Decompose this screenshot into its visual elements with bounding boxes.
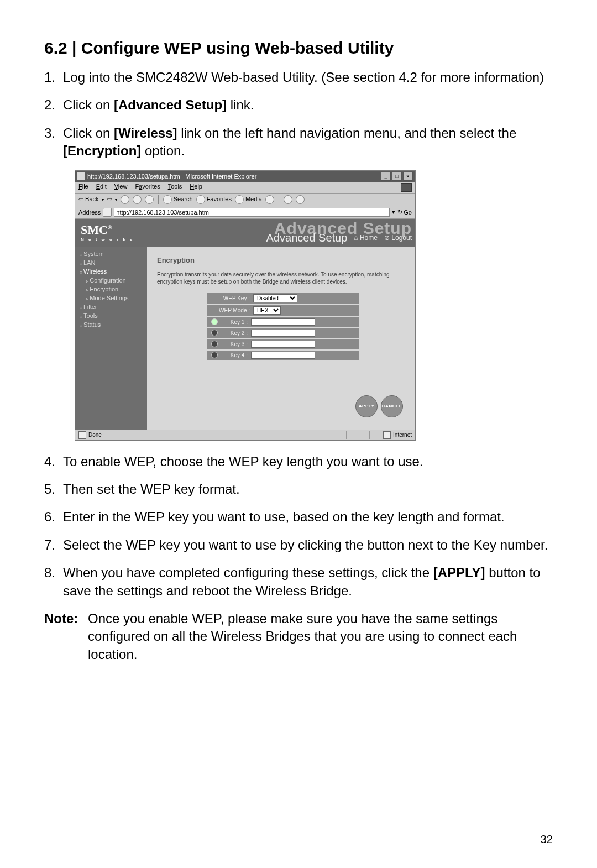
wep-mode-label: WEP Mode :: [211, 307, 253, 313]
internet-zone-icon: [383, 431, 391, 439]
wep-key-label: WEP Key :: [211, 295, 253, 301]
go-button[interactable]: Go: [397, 208, 412, 216]
key3-label: Key 3 :: [220, 341, 251, 347]
apply-button[interactable]: APPLY: [355, 395, 378, 417]
sidebar: System LAN Wireless Configuration Encryp…: [75, 247, 147, 430]
wep-key-row: WEP Key : Disabled: [207, 293, 359, 304]
minimize-button[interactable]: _: [381, 172, 391, 181]
bold-apply: [APPLY]: [433, 565, 485, 580]
home-icon[interactable]: [145, 195, 154, 204]
menu-edit[interactable]: Edit: [96, 183, 107, 192]
step-1: 1. Log into the SMC2482W Web-based Utili…: [44, 69, 553, 86]
address-input[interactable]: [114, 208, 390, 217]
address-dropdown-icon[interactable]: ▾: [392, 208, 395, 216]
step-4: 4.To enable WEP, choose the WEP key leng…: [44, 453, 553, 470]
key4-input[interactable]: [251, 352, 315, 359]
menu-tools[interactable]: Tools: [168, 183, 182, 192]
sidebar-item-tools[interactable]: Tools: [75, 311, 147, 320]
cancel-button[interactable]: CANCEL: [381, 395, 403, 417]
key1-row: Key 1 :: [207, 317, 359, 327]
key1-radio[interactable]: [211, 318, 218, 325]
menu-favorites[interactable]: Favorites: [135, 183, 160, 192]
close-button[interactable]: ×: [403, 172, 413, 181]
address-bar: Address ▾ Go: [75, 206, 415, 219]
status-right: Internet: [393, 432, 412, 438]
wep-key-select[interactable]: Disabled: [253, 294, 297, 302]
history-icon[interactable]: [265, 195, 274, 204]
brand-logo: SMC® N e t w o r k s: [81, 223, 134, 242]
key2-input[interactable]: [251, 330, 315, 337]
mail-icon[interactable]: [284, 195, 292, 204]
key2-label: Key 2 :: [220, 330, 251, 336]
refresh-icon[interactable]: [133, 195, 142, 204]
panel-description: Encryption transmits your data securely …: [157, 271, 405, 285]
window-title: http://192.168.123.103/setupa.htm - Micr…: [87, 173, 381, 180]
media-button[interactable]: Media: [235, 195, 262, 204]
sidebar-item-system[interactable]: System: [75, 249, 147, 258]
favorites-button[interactable]: Favorites: [196, 195, 232, 204]
key2-row: Key 2 :: [207, 328, 359, 338]
bold-encryption: [Encryption]: [63, 143, 141, 158]
step-7: 7.Select the WEP key you want to use by …: [44, 536, 553, 554]
note-body: Once you enable WEP, please make sure yo…: [86, 610, 553, 663]
bold-wireless: [Wireless]: [114, 126, 177, 140]
step-8: 8. When you have completed configuring t…: [44, 564, 553, 600]
maximize-button[interactable]: □: [392, 172, 402, 181]
page-icon: [103, 208, 112, 217]
stop-icon[interactable]: [121, 195, 129, 204]
key3-row: Key 3 :: [207, 339, 359, 349]
wep-form: WEP Key : Disabled WEP Mode : HEX Key 1 …: [207, 293, 405, 360]
menu-file[interactable]: File: [78, 183, 88, 192]
banner-title: Advanced Setup: [266, 232, 348, 244]
key2-radio[interactable]: [211, 330, 218, 336]
key4-radio[interactable]: [211, 352, 218, 358]
menu-help[interactable]: Help: [190, 183, 202, 192]
address-label: Address: [78, 209, 101, 216]
sidebar-item-encryption[interactable]: Encryption: [75, 285, 147, 294]
toolbar: ⇦ Back ⇨ Search Favorites Media: [75, 193, 415, 206]
ie-icon: [77, 172, 85, 180]
back-button[interactable]: ⇦ Back: [78, 196, 104, 203]
sidebar-item-configuration[interactable]: Configuration: [75, 276, 147, 285]
sidebar-item-filter[interactable]: Filter: [75, 302, 147, 311]
main-panel: Encryption Encryption transmits your dat…: [147, 247, 415, 430]
key3-radio[interactable]: [211, 341, 218, 347]
forward-button[interactable]: ⇨: [107, 196, 117, 203]
sidebar-item-status[interactable]: Status: [75, 320, 147, 329]
sidebar-item-wireless[interactable]: Wireless: [75, 267, 147, 276]
key4-label: Key 4 :: [220, 352, 251, 358]
page-number: 32: [541, 833, 553, 846]
key1-input[interactable]: [251, 318, 315, 326]
key4-row: Key 4 :: [207, 351, 359, 360]
panel-title: Encryption: [157, 256, 405, 264]
print-icon[interactable]: [296, 195, 305, 204]
logout-link[interactable]: ⊘ Logout: [384, 234, 412, 242]
window-titlebar: http://192.168.123.103/setupa.htm - Micr…: [75, 171, 415, 182]
note-label: Note:: [44, 610, 86, 663]
step-2: 2. Click on [Advanced Setup] link.: [44, 96, 553, 114]
sidebar-item-lan[interactable]: LAN: [75, 258, 147, 267]
search-button[interactable]: Search: [163, 195, 193, 204]
menubar: File Edit View Favorites Tools Help: [75, 182, 415, 193]
status-bar: Done Internet: [75, 430, 415, 440]
step-5: 5.Then set the WEP key format.: [44, 480, 553, 498]
note: Note: Once you enable WEP, please make s…: [44, 610, 553, 663]
wep-mode-select[interactable]: HEX: [253, 306, 281, 315]
ie-logo-icon: [401, 183, 412, 192]
page-banner: SMC® N e t w o r k s Advanced Setup Adva…: [75, 219, 415, 247]
home-link[interactable]: ⌂ Home: [354, 234, 378, 242]
key1-label: Key 1 :: [220, 319, 251, 325]
steps-top: 1. Log into the SMC2482W Web-based Utili…: [44, 69, 553, 160]
key3-input[interactable]: [251, 341, 315, 348]
bold-advanced-setup: [Advanced Setup]: [114, 97, 227, 112]
status-left: Done: [88, 432, 102, 438]
step-3: 3. Click on [Wireless] link on the left …: [44, 124, 553, 160]
menu-view[interactable]: View: [114, 183, 128, 192]
section-heading: 6.2 | Configure WEP using Web-based Util…: [44, 39, 553, 57]
wep-mode-row: WEP Mode : HEX: [207, 305, 359, 316]
step-6: 6.Enter in the WEP key you want to use, …: [44, 508, 553, 526]
done-icon: [78, 431, 86, 439]
browser-screenshot: http://192.168.123.103/setupa.htm - Micr…: [75, 170, 416, 441]
sidebar-item-mode-settings[interactable]: Mode Settings: [75, 294, 147, 302]
steps-bottom: 4.To enable WEP, choose the WEP key leng…: [44, 453, 553, 600]
